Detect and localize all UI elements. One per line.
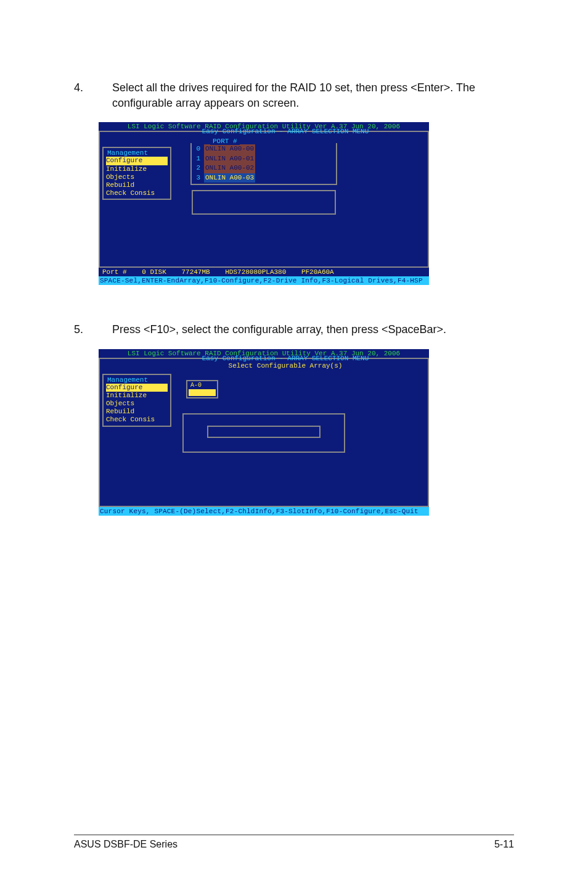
- footer-left: ASUS DSBF-DE Series: [74, 839, 178, 850]
- drive-row-1: 1 ONLIN A00-01: [193, 154, 335, 163]
- mgmt2-configure: Configure: [106, 384, 168, 392]
- mgmt-check: Check Consis: [106, 189, 168, 197]
- blank-box: [192, 190, 336, 215]
- mgmt-objects: Objects: [106, 173, 168, 181]
- mgmt2-rebuild: Rebuild: [106, 408, 168, 416]
- step-4-number: 4.: [74, 80, 94, 111]
- mgmt2-check: Check Consis: [106, 416, 168, 424]
- array-cell: [189, 389, 216, 396]
- step-5-text: Press <F10>, select the configurable arr…: [112, 322, 514, 337]
- array-select-box: A-0: [186, 380, 218, 398]
- bios2-section-top: Easy Configuration - ARRAY SELECTION MEN…: [180, 355, 391, 362]
- drive-row-3: 3 ONLIN A00-03: [193, 173, 335, 183]
- bios2-section-sub: Select Configurable Array(s): [180, 362, 391, 369]
- mgmt-configure: Configure: [106, 157, 168, 165]
- page-footer: ASUS DSBF-DE Series 5-11: [74, 835, 514, 850]
- step-4: 4. Select all the drives required for th…: [74, 80, 514, 111]
- inset-inner: [207, 426, 321, 438]
- mgmt2-objects: Objects: [106, 400, 168, 408]
- bios-screenshot-2: LSI Logic Software RAID Configuration Ut…: [99, 349, 429, 516]
- mgmt-rebuild: Rebuild: [106, 181, 168, 189]
- drive-row-2: 2 ONLIN A00-02: [193, 163, 335, 173]
- step-5: 5. Press <F10>, select the configurable …: [74, 322, 514, 337]
- step-5-number: 5.: [74, 322, 94, 337]
- bios1-status: Port # 0 DISK 77247MB HDS728080PLA380 PF…: [99, 268, 429, 276]
- management-menu-2: Management Configure Initialize Objects …: [102, 374, 171, 427]
- mgmt2-initialize: Initialize: [106, 392, 168, 400]
- drive-list-box: PORT # 0 ONLIN A00-00 1 ONLIN A00-01 2 O…: [190, 143, 337, 185]
- step-4-text: Select all the drives required for the R…: [112, 80, 514, 111]
- bios1-section: Easy Configuration - ARRAY SELECTION MEN…: [180, 128, 391, 135]
- port-header: PORT #: [210, 138, 240, 145]
- footer-right: 5-11: [494, 839, 514, 850]
- inset-box: [182, 413, 345, 453]
- bios-screenshot-1: LSI Logic Software RAID Configuration Ut…: [99, 122, 429, 285]
- management-menu: Management Configure Initialize Objects …: [102, 147, 171, 200]
- bios2-footer: Cursor Keys, SPACE-(De)Select,F2-ChldInf…: [99, 507, 429, 516]
- management-title-2: Management: [106, 376, 149, 384]
- bios1-footer: SPACE-Sel,ENTER-EndArray,F10-Configure,F…: [99, 276, 429, 285]
- drive-row-0: 0 ONLIN A00-00: [193, 144, 335, 154]
- mgmt-initialize: Initialize: [106, 165, 168, 173]
- array-label: A-0: [188, 382, 216, 389]
- management-title: Management: [106, 149, 149, 157]
